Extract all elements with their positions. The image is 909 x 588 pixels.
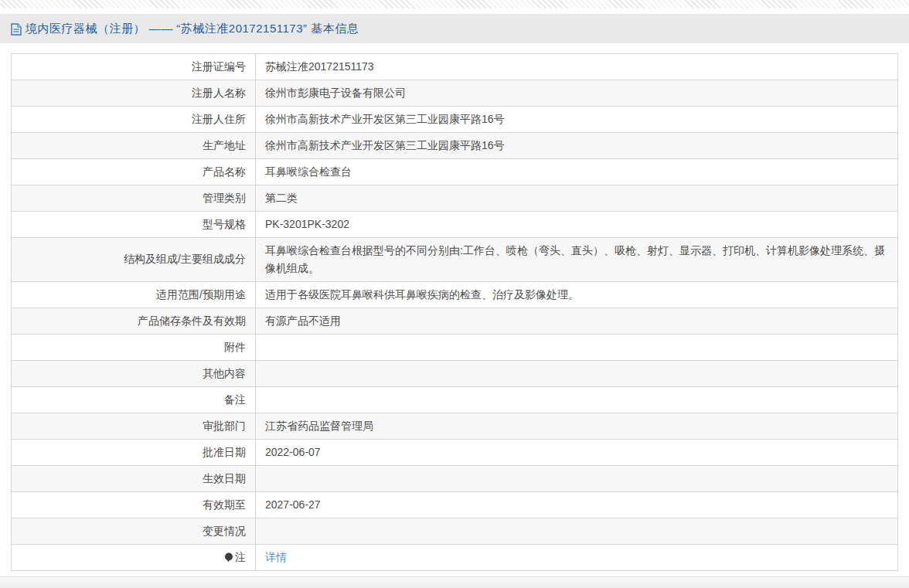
row-value bbox=[256, 387, 898, 413]
row-label: 变更情况 bbox=[12, 518, 256, 545]
table-row: 有效期至2027-06-27 bbox=[12, 492, 898, 518]
table-row: 注册人住所徐州市高新技术产业开发区第三工业园康平路16号 bbox=[12, 107, 898, 133]
row-value: 江苏省药品监督管理局 bbox=[256, 413, 898, 440]
footer-strip bbox=[0, 576, 909, 588]
row-label: 管理类别 bbox=[12, 185, 256, 212]
row-value: 徐州市高新技术产业开发区第三工业园康平路16号 bbox=[256, 107, 898, 133]
row-label: 附件 bbox=[12, 335, 256, 361]
row-label: 审批部门 bbox=[12, 413, 256, 440]
row-label: 其他内容 bbox=[12, 361, 256, 387]
row-value: 徐州市彭康电子设备有限公司 bbox=[256, 80, 898, 107]
row-label: 注册证编号 bbox=[12, 54, 256, 80]
row-value: 耳鼻喉综合检查台 bbox=[256, 159, 898, 185]
table-row: 备注 bbox=[12, 387, 898, 413]
row-label: 注 bbox=[12, 545, 256, 571]
registration-detail-page: 境内医疗器械（注册） —— “苏械注准20172151173” 基本信息 注册证… bbox=[0, 0, 909, 588]
row-label: 批准日期 bbox=[12, 440, 256, 466]
row-value bbox=[256, 361, 898, 387]
table-row: 适用范围/预期用途适用于各级医院耳鼻喉科供耳鼻喉疾病的检查、治疗及影像处理。 bbox=[12, 282, 898, 308]
row-label: 备注 bbox=[12, 387, 256, 413]
row-label: 产品储存条件及有效期 bbox=[12, 308, 256, 335]
row-label: 产品名称 bbox=[12, 159, 256, 185]
row-value: PK-3201PK-3202 bbox=[256, 212, 898, 238]
table-row: 注册人名称徐州市彭康电子设备有限公司 bbox=[12, 80, 898, 107]
row-label: 生效日期 bbox=[12, 466, 256, 492]
document-icon bbox=[11, 23, 22, 36]
row-value: 徐州市高新技术产业开发区第三工业园康平路16号 bbox=[256, 133, 898, 159]
registration-table-wrap: 注册证编号苏械注准20172151173注册人名称徐州市彭康电子设备有限公司注册… bbox=[11, 53, 898, 571]
row-label: 注册人名称 bbox=[12, 80, 256, 107]
registration-table-body: 注册证编号苏械注准20172151173注册人名称徐州市彭康电子设备有限公司注册… bbox=[12, 54, 898, 571]
row-value: 苏械注准20172151173 bbox=[256, 54, 898, 80]
row-value bbox=[256, 518, 898, 545]
table-row: 生效日期 bbox=[12, 466, 898, 492]
table-row: 注详情 bbox=[12, 545, 898, 571]
table-row: 批准日期2022-06-07 bbox=[12, 440, 898, 466]
row-value: 耳鼻喉综合检查台根据型号的不同分别由:工作台、喷枪（弯头、直头）、吸枪、射灯、显… bbox=[256, 238, 898, 282]
row-value: 详情 bbox=[256, 545, 898, 571]
row-label: 结构及组成/主要组成成分 bbox=[12, 238, 256, 282]
table-row: 其他内容 bbox=[12, 361, 898, 387]
page-title: 境内医疗器械（注册） —— “苏械注准20172151173” 基本信息 bbox=[26, 22, 359, 36]
top-gap bbox=[0, 8, 909, 14]
row-label: 适用范围/预期用途 bbox=[12, 282, 256, 308]
table-row: 结构及组成/主要组成成分耳鼻喉综合检查台根据型号的不同分别由:工作台、喷枪（弯头… bbox=[12, 238, 898, 282]
row-value: 第二类 bbox=[256, 185, 898, 212]
table-row: 审批部门江苏省药品监督管理局 bbox=[12, 413, 898, 440]
table-row: 产品储存条件及有效期有源产品不适用 bbox=[12, 308, 898, 335]
note-icon bbox=[224, 552, 233, 565]
details-link[interactable]: 详情 bbox=[265, 551, 287, 563]
row-label: 生产地址 bbox=[12, 133, 256, 159]
row-value bbox=[256, 466, 898, 492]
table-row: 产品名称耳鼻喉综合检查台 bbox=[12, 159, 898, 185]
row-label: 型号规格 bbox=[12, 212, 256, 238]
page-header: 境内医疗器械（注册） —— “苏械注准20172151173” 基本信息 bbox=[0, 14, 909, 43]
row-value: 2027-06-27 bbox=[256, 492, 898, 518]
table-row: 附件 bbox=[12, 335, 898, 361]
row-label: 有效期至 bbox=[12, 492, 256, 518]
registration-table: 注册证编号苏械注准20172151173注册人名称徐州市彭康电子设备有限公司注册… bbox=[11, 53, 898, 571]
top-stripe-decoration bbox=[0, 0, 909, 8]
table-row: 注册证编号苏械注准20172151173 bbox=[12, 54, 898, 80]
row-value: 有源产品不适用 bbox=[256, 308, 898, 335]
table-row: 型号规格PK-3201PK-3202 bbox=[12, 212, 898, 238]
table-row: 变更情况 bbox=[12, 518, 898, 545]
table-row: 管理类别第二类 bbox=[12, 185, 898, 212]
row-value: 适用于各级医院耳鼻喉科供耳鼻喉疾病的检查、治疗及影像处理。 bbox=[256, 282, 898, 308]
row-value bbox=[256, 335, 898, 361]
row-label: 注册人住所 bbox=[12, 107, 256, 133]
row-value: 2022-06-07 bbox=[256, 440, 898, 466]
table-row: 生产地址徐州市高新技术产业开发区第三工业园康平路16号 bbox=[12, 133, 898, 159]
